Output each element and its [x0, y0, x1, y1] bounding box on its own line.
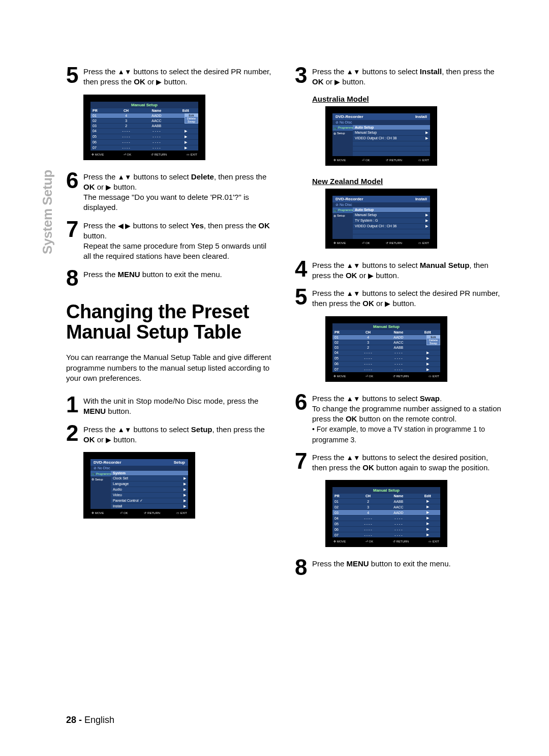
- edit-popup[interactable]: Edit Delete Swap: [426, 335, 440, 345]
- osd-install-au: DVD-RecorderInstall No Disc 📺 Programme …: [325, 106, 437, 166]
- page-footer: 28 - English: [66, 715, 114, 725]
- right-icon: [368, 271, 374, 280]
- osd-setup: DVD-RecorderSetup No Disc 📺 Programme ⚙ …: [83, 452, 195, 519]
- osd-manual-setup-a: Manual Setup PR CH Name Edit 014AADD Edi…: [83, 95, 205, 160]
- step-8-left: 8 Press the MENU button to exit the menu…: [66, 269, 274, 287]
- right-icon: [156, 77, 162, 86]
- sidebar-programme[interactable]: 📺 Programme: [90, 471, 111, 476]
- model-label-nz: New Zealand Model: [312, 177, 503, 186]
- osd-manual-setup-b: Manual Setup PRCHNameEdit 014AADD Edit D…: [325, 316, 447, 382]
- manual-setup-table: PR CH Name Edit 014AADD Edit Delete Swap: [90, 108, 198, 150]
- section-description: You can rearrange the Manual Setup Table…: [66, 352, 274, 383]
- step-text: Press the buttons to select the desired …: [83, 66, 274, 87]
- menu-row[interactable]: VIDEO Output CH : CH 38▶: [353, 135, 430, 141]
- sidebar-setup[interactable]: ⚙ Setup: [332, 213, 353, 219]
- step-1b: 1 With the unit in Stop mode/No Disc mod…: [66, 396, 274, 417]
- right-icon: [106, 183, 111, 191]
- right-column: 3 Press the buttons to select Install, t…: [295, 66, 503, 583]
- manual-page: System Setup 5 Press the buttons to sele…: [0, 0, 549, 756]
- menu-row[interactable]: Install▶: [111, 503, 188, 509]
- up-down-icon: [347, 67, 360, 76]
- manual-setup-table: PRCHNameEdit 012AABB▶ 023AACC▶ 034AADD▶ …: [332, 494, 440, 537]
- move-hint: ✥ MOVE: [92, 153, 104, 156]
- up-down-icon: [118, 67, 132, 76]
- osd-install-nz: DVD-RecorderInstall No Disc 📺 Programme …: [325, 189, 437, 249]
- sidebar-programme[interactable]: 📺 Programme: [332, 125, 353, 131]
- up-down-icon: [118, 425, 132, 434]
- up-down-icon: [347, 394, 360, 403]
- step-number: 5: [66, 66, 83, 87]
- popup-swap[interactable]: Swap: [185, 120, 198, 123]
- menu-row[interactable]: Parental Control ✓▶: [111, 498, 188, 503]
- menu-head[interactable]: Auto Setup: [353, 125, 430, 130]
- up-down-icon: [347, 289, 360, 297]
- side-tab-label: System Setup: [40, 170, 55, 254]
- right-icon: [334, 77, 340, 86]
- right-icon: [106, 435, 111, 444]
- osd-footer: ✥ MOVE ⏎ OK ↺ RETURN ▭ EXIT: [90, 150, 198, 156]
- menu-row[interactable]: VIDEO Output CH : CH 36▶: [353, 223, 430, 229]
- up-down-icon: [118, 172, 132, 181]
- menu-head[interactable]: System: [111, 471, 188, 475]
- step-5-right: 5 Press the buttons to select the desire…: [295, 288, 503, 309]
- ok-hint: ⏎ OK: [124, 153, 131, 156]
- menu-row[interactable]: Video▶: [111, 492, 188, 498]
- sidebar-programme[interactable]: 📺 Programme: [332, 207, 353, 213]
- sidebar-setup[interactable]: ⚙ Setup: [90, 476, 111, 482]
- osd-manual-setup-c: Manual Setup PRCHNameEdit 012AABB▶ 023AA…: [325, 480, 447, 547]
- step-2b: 2 Press the buttons to select Setup, the…: [66, 424, 274, 445]
- menu-row[interactable]: Manual Setup▶: [353, 130, 430, 135]
- up-down-icon: [347, 453, 360, 462]
- menu-row[interactable]: Language▶: [111, 481, 188, 487]
- step-6-left: 6 Press the buttons to select Delete, th…: [66, 171, 274, 213]
- left-column: 5 Press the buttons to select the desire…: [46, 66, 274, 583]
- step-7-right: 7 Press the buttons to select the desire…: [295, 452, 503, 473]
- menu-head[interactable]: Auto Setup: [353, 207, 430, 212]
- menu-row[interactable]: Manual Setup▶: [353, 212, 430, 218]
- manual-setup-table: PRCHNameEdit 014AADD Edit Delete Swap 02…: [332, 330, 440, 372]
- menu-row[interactable]: TV System : G▶: [353, 218, 430, 223]
- right-icon: [385, 299, 390, 308]
- section-heading: Changing the Preset Manual Setup Table: [66, 302, 274, 343]
- menu-row[interactable]: Clock Set▶: [111, 475, 188, 481]
- step-8-right: 8 Press the MENU button to exit the menu…: [295, 558, 503, 576]
- step-6-right: 6 Press the buttons to select Swap. To c…: [295, 393, 503, 445]
- return-hint: ↺ RETURN: [151, 153, 167, 156]
- menu-row[interactable]: Audio▶: [111, 487, 188, 492]
- sidebar-setup[interactable]: ⚙ Setup: [332, 131, 353, 136]
- step-3-right: 3 Press the buttons to select Install, t…: [295, 66, 503, 87]
- step-4-right: 4 Press the buttons to select Manual Set…: [295, 260, 503, 281]
- osd-title: Manual Setup: [90, 102, 198, 108]
- step-5-left: 5 Press the buttons to select the desire…: [66, 66, 274, 87]
- model-label-au: Australia Model: [312, 95, 503, 103]
- left-right-icon: [118, 221, 131, 230]
- step-7-left: 7 Press the buttons to select Yes, then …: [66, 220, 274, 262]
- exit-hint: ▭ EXIT: [187, 153, 197, 156]
- up-down-icon: [347, 261, 360, 269]
- edit-popup[interactable]: Edit Delete Swap: [185, 113, 198, 124]
